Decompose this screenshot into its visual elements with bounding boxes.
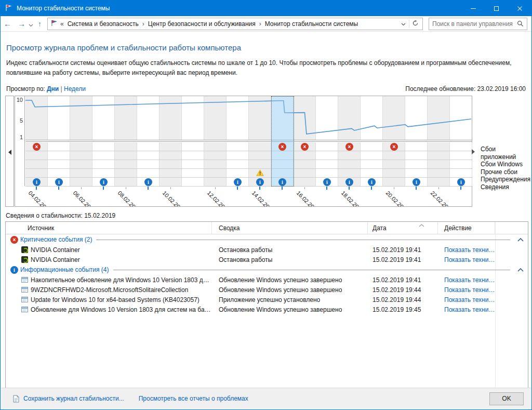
event-cell[interactable] — [405, 160, 428, 168]
critical-event-icon[interactable]: × — [345, 143, 353, 151]
information-event-icon[interactable]: i — [413, 178, 420, 186]
forward-button[interactable]: → — [15, 19, 29, 28]
event-cell[interactable] — [294, 178, 316, 186]
event-cell[interactable] — [25, 151, 48, 160]
event-cell[interactable] — [92, 160, 115, 168]
event-cell[interactable] — [428, 160, 450, 168]
up-button[interactable]: ↑ — [34, 20, 45, 28]
information-event-icon[interactable]: i — [345, 178, 353, 186]
event-cell[interactable] — [450, 169, 472, 177]
event-cell[interactable] — [137, 142, 159, 151]
collapse-chevron-icon[interactable] — [517, 238, 524, 242]
chart-columns[interactable]: ×××××iiiiiiiiiiii04.02.201906.02.201908.… — [25, 96, 472, 206]
ok-button[interactable]: OK — [489, 392, 524, 405]
event-cell[interactable] — [182, 142, 204, 151]
scroll-right-icon[interactable] — [472, 149, 475, 154]
breadcrumb-overflow-chevron[interactable]: « — [60, 20, 64, 28]
event-cell[interactable] — [428, 178, 450, 186]
table-row[interactable]: NVIDIA ContainerОстановка работы15.02.20… — [6, 245, 528, 255]
event-cell[interactable] — [159, 178, 182, 186]
event-cell[interactable] — [25, 169, 48, 177]
event-group-row-information[interactable]: iИнформационные события (4) — [6, 264, 528, 275]
event-cell[interactable] — [361, 151, 383, 160]
event-cell[interactable] — [227, 169, 249, 177]
information-event-icon[interactable]: i — [100, 178, 108, 186]
event-cell[interactable] — [361, 160, 383, 168]
event-cell[interactable] — [405, 151, 428, 160]
event-cell[interactable] — [25, 160, 48, 168]
event-cell[interactable] — [316, 160, 338, 168]
event-cell[interactable] — [137, 151, 159, 160]
event-cell[interactable] — [137, 169, 159, 177]
view-all-problem-reports-link[interactable]: Просмотреть все отчеты о проблемах — [139, 395, 248, 402]
search-icon[interactable] — [516, 20, 528, 27]
event-cell[interactable] — [70, 178, 92, 186]
table-row[interactable]: NVIDIA ContainerОстановка работы15.02.20… — [6, 255, 528, 264]
breadcrumb-item-1[interactable]: Центр безопасности и обслуживания — [147, 20, 257, 28]
event-cell[interactable] — [159, 151, 182, 160]
event-cell[interactable] — [428, 151, 450, 160]
event-cell[interactable] — [450, 142, 472, 151]
information-event-icon[interactable]: i — [256, 178, 264, 186]
address-dropdown-chevron-icon[interactable] — [398, 20, 409, 28]
event-cell[interactable] — [227, 160, 249, 168]
table-row[interactable]: Накопительное обновление для Windows 10 … — [6, 275, 528, 285]
event-cell[interactable] — [70, 142, 92, 151]
event-cell[interactable] — [159, 160, 182, 168]
event-cell[interactable] — [115, 160, 137, 168]
table-row[interactable]: Обновление для Windows 10 Version 1803 д… — [6, 305, 528, 314]
column-header-3[interactable]: Действие — [438, 222, 495, 234]
view-days-link[interactable]: Дни — [47, 85, 59, 92]
maximize-button[interactable] — [485, 1, 508, 16]
event-cell[interactable] — [316, 151, 338, 160]
event-cell[interactable] — [405, 169, 428, 177]
event-cell[interactable] — [383, 169, 405, 177]
event-cell[interactable] — [159, 169, 182, 177]
event-cell[interactable] — [115, 169, 137, 177]
information-event-icon[interactable]: i — [368, 178, 376, 186]
event-cell[interactable] — [227, 151, 249, 160]
event-cell[interactable] — [361, 169, 383, 177]
event-cell[interactable] — [115, 142, 137, 151]
save-stability-log-link[interactable]: Сохранить журнал стабильности... — [23, 395, 124, 402]
critical-event-icon[interactable]: × — [33, 143, 41, 151]
recent-pages-chevron-icon[interactable] — [29, 21, 33, 29]
event-cell[interactable] — [137, 160, 159, 168]
technical-details-link[interactable]: Показать технич... — [438, 306, 495, 313]
technical-details-link[interactable]: Показать технич... — [438, 276, 495, 284]
minimize-button[interactable] — [461, 1, 485, 16]
information-event-icon[interactable]: i — [278, 178, 286, 186]
scroll-left-icon[interactable] — [8, 150, 11, 155]
event-cell[interactable] — [92, 151, 115, 160]
event-cell[interactable] — [48, 169, 70, 177]
event-cell[interactable] — [249, 160, 271, 168]
event-cell[interactable] — [316, 142, 338, 151]
event-cell[interactable] — [249, 151, 271, 160]
event-cell[interactable] — [294, 151, 316, 160]
event-group-label[interactable]: Информационные события (4) — [20, 266, 109, 273]
event-cell[interactable] — [204, 160, 227, 168]
event-cell[interactable] — [338, 160, 361, 168]
event-cell[interactable] — [92, 169, 115, 177]
event-group-label[interactable]: Критические события (2) — [20, 236, 92, 243]
chart-scroll-left-strip[interactable] — [5, 96, 14, 207]
critical-event-icon[interactable]: × — [278, 143, 286, 151]
event-cell[interactable] — [450, 151, 472, 160]
breadcrumb-item-0[interactable]: Система и безопасность — [66, 20, 140, 28]
event-cell[interactable] — [227, 142, 249, 151]
event-cell[interactable] — [383, 178, 405, 186]
event-cell[interactable] — [361, 142, 383, 151]
event-cell[interactable] — [204, 151, 227, 160]
information-event-icon[interactable]: i — [55, 178, 63, 186]
view-weeks-link[interactable]: Недели — [64, 85, 86, 92]
event-cell[interactable] — [115, 151, 137, 160]
technical-details-link[interactable]: Показать технич... — [438, 256, 495, 263]
table-row[interactable]: 9WZDNCRFHWD2-Microsoft.MicrosoftSolitair… — [6, 285, 528, 295]
technical-details-link[interactable]: Показать технич... — [438, 296, 495, 303]
technical-details-link[interactable]: Показать технич... — [438, 246, 495, 254]
search-input[interactable] — [429, 20, 516, 28]
collapse-chevron-icon[interactable] — [517, 268, 524, 272]
event-cell[interactable] — [204, 169, 227, 177]
information-event-icon[interactable]: i — [234, 178, 242, 186]
event-cell[interactable] — [316, 169, 338, 177]
